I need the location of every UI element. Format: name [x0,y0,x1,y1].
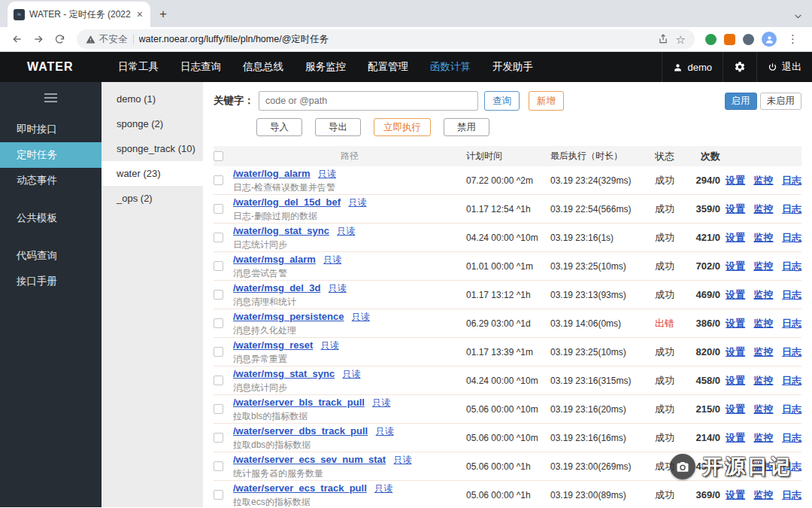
row-checkbox[interactable] [214,347,223,357]
task-path-link[interactable]: /water/server_ecs_track_pull [233,482,367,494]
task-path-link[interactable]: /water/log_alarm [233,168,311,179]
search-input[interactable] [259,91,478,111]
sidebar-item[interactable]: 定时任务 [0,142,102,168]
monitor-link[interactable]: 监控 [754,260,774,272]
extension-orange-icon[interactable] [724,34,735,45]
log-link[interactable]: 日志 [782,432,801,443]
settings-link[interactable]: 设置 [726,232,745,243]
row-checkbox[interactable] [214,433,223,443]
group-item[interactable]: demo (1) [102,87,203,111]
monitor-link[interactable]: 监控 [754,232,774,243]
tab-close-icon[interactable]: × [135,8,144,20]
settings-link[interactable]: 设置 [726,375,745,386]
row-checkbox[interactable] [214,261,223,271]
group-item[interactable]: sponge (2) [102,111,203,136]
monitor-link[interactable]: 监控 [754,489,774,500]
profile-avatar[interactable] [762,32,777,47]
settings-link[interactable]: 设置 [726,289,745,300]
run-now-button[interactable]: 立即执行 [374,118,431,136]
row-checkbox[interactable] [214,318,223,328]
sidebar-item[interactable]: 接口手册 [0,269,102,294]
row-checkbox[interactable] [214,233,223,242]
task-path-link[interactable]: /water/log_stat_sync [233,225,329,236]
query-button[interactable]: 查询 [484,91,520,111]
log-link[interactable]: 日志 [782,403,801,415]
log-link[interactable]: 日志 [782,289,801,300]
row-checkbox[interactable] [214,175,223,185]
task-path-link[interactable]: /water/log_del_15d_bef [233,196,341,208]
row-checkbox[interactable] [214,204,223,214]
monitor-link[interactable]: 监控 [754,203,774,214]
sidebar-collapse-button[interactable] [0,87,102,109]
task-path-link[interactable]: /water/msg_reset [233,339,313,351]
add-button[interactable]: 新增 [529,91,564,111]
sidebar-item[interactable]: 代码查询 [0,243,102,269]
monitor-link[interactable]: 监控 [754,289,774,300]
row-checkbox[interactable] [214,404,223,414]
back-button[interactable] [8,29,27,49]
logout-button[interactable]: 退出 [756,52,812,82]
nav-item[interactable]: 服务监控 [305,60,346,74]
forward-button[interactable] [29,29,48,49]
sidebar-item[interactable]: 公共模板 [0,205,102,231]
new-tab-button[interactable]: + [153,5,173,24]
sidebar-item[interactable]: 即时接口 [0,117,102,142]
share-icon[interactable] [658,34,668,44]
address-bar[interactable]: 不安全 water.noear.org/luffy/file/pln/home/… [77,29,695,49]
extension-green-icon[interactable] [705,34,717,45]
monitor-link[interactable]: 监控 [754,461,774,472]
settings-link[interactable]: 设置 [726,461,745,472]
settings-link[interactable]: 设置 [726,432,745,443]
nav-item[interactable]: 日志查询 [180,60,221,74]
settings-link[interactable]: 设置 [726,318,745,329]
import-button[interactable]: 导入 [256,118,302,136]
tab-search-chevron-icon[interactable] [793,11,803,21]
nav-item[interactable]: 函数计算 [430,60,471,74]
row-checkbox[interactable] [214,376,223,385]
disable-button[interactable]: 禁用 [444,118,489,136]
log-link[interactable]: 日志 [782,489,801,500]
nav-item[interactable]: 日常工具 [118,60,159,74]
refresh-button[interactable] [50,29,69,49]
extension-gray-icon[interactable] [743,34,754,45]
settings-link[interactable]: 设置 [726,489,745,500]
monitor-link[interactable]: 监控 [754,346,774,357]
task-path-link[interactable]: /water/msg_alarm [233,254,316,265]
browser-tab[interactable]: ≈ WATER - 定时任务 (2022-03-1 × [8,2,150,27]
security-chip[interactable]: 不安全 [86,33,128,46]
row-checkbox[interactable] [214,490,223,500]
nav-item[interactable]: 信息总线 [243,60,283,74]
log-link[interactable]: 日志 [782,318,801,329]
settings-link[interactable]: 设置 [726,175,745,186]
enabled-toggle[interactable]: 启用 [725,93,757,110]
group-item[interactable]: sponge_track (10) [102,136,203,161]
not-enabled-toggle[interactable]: 未启用 [760,93,802,110]
task-path-link[interactable]: /water/msg_stat_sync [233,368,335,379]
task-path-link[interactable]: /water/msg_del_3d [233,282,320,294]
settings-link[interactable]: 设置 [726,260,745,272]
log-link[interactable]: 日志 [782,175,801,186]
nav-item[interactable]: 开发助手 [492,60,533,74]
settings-link[interactable]: 设置 [726,403,745,415]
bookmark-star-icon[interactable]: ☆ [676,34,686,45]
nav-item[interactable]: 配置管理 [368,60,408,74]
task-path-link[interactable]: /water/server_dbs_track_pull [233,425,368,437]
task-path-link[interactable]: /water/msg_persistence [233,311,344,322]
group-item[interactable]: _ops (2) [102,186,203,211]
export-button[interactable]: 导出 [315,118,361,136]
log-link[interactable]: 日志 [782,260,801,272]
log-link[interactable]: 日志 [782,346,801,357]
settings-link[interactable]: 设置 [726,346,745,357]
monitor-link[interactable]: 监控 [754,318,774,329]
row-checkbox[interactable] [214,461,223,471]
user-menu[interactable]: demo [662,52,723,82]
settings-link[interactable]: 设置 [726,203,745,214]
task-path-link[interactable]: /water/server_ecs_sev_num_stat [233,454,386,465]
log-link[interactable]: 日志 [782,232,801,243]
log-link[interactable]: 日志 [782,461,801,472]
app-logo[interactable]: WATER [0,60,102,74]
row-checkbox[interactable] [214,290,223,300]
task-path-link[interactable]: /water/server_bls_track_pull [233,397,365,408]
browser-menu-icon[interactable]: ⋮ [784,32,801,46]
group-item[interactable]: water (23) [102,161,203,186]
